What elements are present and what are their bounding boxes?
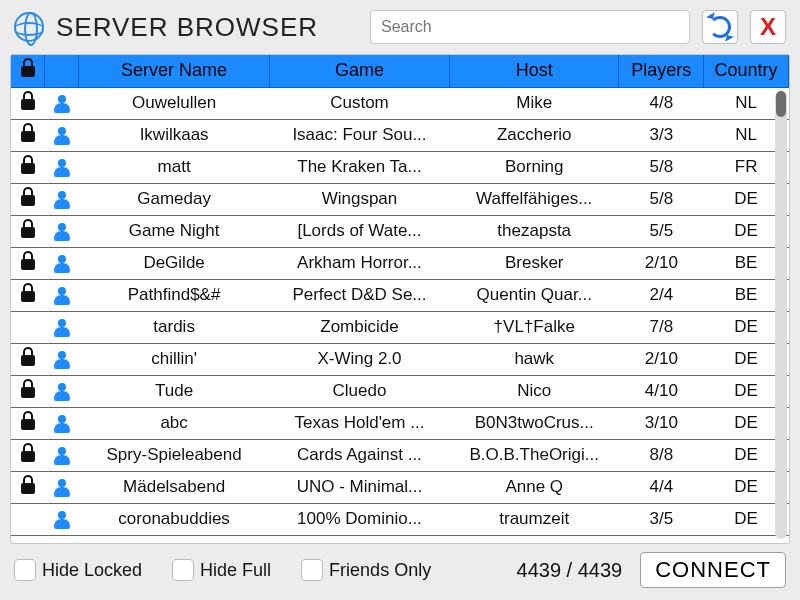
cell-friend [45,87,79,119]
search-container [370,10,690,44]
close-button[interactable]: X [750,10,786,44]
cell-players: 3/5 [619,503,704,535]
table-row[interactable]: Game Night[Lords of Wate...thezapsta5/5D… [11,215,789,247]
cell-locked [11,375,45,407]
person-icon [54,127,70,143]
cell-friend [45,247,79,279]
scrollbar-thumb[interactable] [776,91,786,117]
friends-only-checkbox[interactable]: Friends Only [301,559,431,581]
cell-game: X-Wing 2.0 [269,343,449,375]
cell-name: matt [79,151,270,183]
cell-name: Pathfind$&# [79,279,270,311]
cell-locked [11,503,45,535]
cell-friend [45,503,79,535]
lock-icon [21,195,35,206]
person-icon [54,351,70,367]
col-locked[interactable] [11,55,45,87]
cell-players: 4/4 [619,471,704,503]
refresh-button[interactable] [702,10,738,44]
cell-host: Borning [450,151,619,183]
col-server-name[interactable]: Server Name [79,55,270,87]
cell-name: Game Night [79,215,270,247]
lock-icon [21,66,35,77]
lock-icon [21,163,35,174]
hide-locked-checkbox[interactable]: Hide Locked [14,559,142,581]
table-row[interactable]: MädelsabendUNO - Minimal...Anne Q4/4DE [11,471,789,503]
cell-players: 7/8 [619,311,704,343]
cell-players: 4/8 [619,87,704,119]
cell-name: Tude [79,375,270,407]
cell-game: Texas Hold'em ... [269,407,449,439]
person-icon [54,255,70,271]
page-title: SERVER BROWSER [56,12,318,43]
scrollbar[interactable] [775,91,787,539]
cell-locked [11,247,45,279]
hide-full-label: Hide Full [200,560,271,581]
lock-icon [21,483,35,494]
table-header: Server Name Game Host Players Country [11,55,789,87]
hide-full-checkbox[interactable]: Hide Full [172,559,271,581]
table-row[interactable]: chillin'X-Wing 2.0hawk2/10DE [11,343,789,375]
col-host[interactable]: Host [450,55,619,87]
person-icon [54,191,70,207]
col-game[interactable]: Game [269,55,449,87]
connect-button[interactable]: CONNECT [640,552,786,588]
cell-name: coronabuddies [79,503,270,535]
cell-game: Perfect D&D Se... [269,279,449,311]
checkbox-icon [172,559,194,581]
cell-locked [11,215,45,247]
close-icon: X [760,13,776,41]
cell-name: Spry-Spieleabend [79,439,270,471]
lock-icon [21,451,35,462]
cell-locked [11,343,45,375]
person-icon [54,415,70,431]
cell-game: Isaac: Four Sou... [269,119,449,151]
table-row[interactable]: Pathfind$&#Perfect D&D Se...Quentin Quar… [11,279,789,311]
cell-friend [45,471,79,503]
table-row[interactable]: tardisZombicide†VL†Falke7/8DE [11,311,789,343]
cell-name: tardis [79,311,270,343]
person-icon [54,319,70,335]
lock-icon [21,99,35,110]
checkbox-icon [301,559,323,581]
friends-only-label: Friends Only [329,560,431,581]
cell-locked [11,407,45,439]
table-row[interactable]: TudeCluedoNico4/10DE [11,375,789,407]
cell-locked [11,471,45,503]
cell-friend [45,311,79,343]
cell-name: Gameday [79,183,270,215]
footer-bar: Hide Locked Hide Full Friends Only 4439 … [0,544,800,596]
person-icon [54,95,70,111]
cell-friend [45,439,79,471]
cell-locked [11,183,45,215]
person-icon [54,447,70,463]
cell-host: hawk [450,343,619,375]
cell-host: B.O.B.TheOrigi... [450,439,619,471]
cell-name: DeGilde [79,247,270,279]
table-row[interactable]: abcTexas Hold'em ...B0N3twoCrus...3/10DE [11,407,789,439]
table-row[interactable]: GamedayWingspanWaffelfähiges...5/8DE [11,183,789,215]
table-row[interactable]: IkwilkaasIsaac: Four Sou...Zaccherio3/3N… [11,119,789,151]
cell-locked [11,151,45,183]
cell-players: 2/10 [619,247,704,279]
table-row[interactable]: DeGildeArkham Horror...Bresker2/10BE [11,247,789,279]
col-country[interactable]: Country [704,55,789,87]
cell-locked [11,439,45,471]
table-body: OuwelullenCustomMike4/8NLIkwilkaasIsaac:… [11,87,789,535]
cell-players: 2/4 [619,279,704,311]
col-friend[interactable] [45,55,79,87]
cell-name: Ikwilkaas [79,119,270,151]
person-icon [54,159,70,175]
cell-players: 8/8 [619,439,704,471]
person-icon [54,223,70,239]
hide-locked-label: Hide Locked [42,560,142,581]
search-input[interactable] [370,10,690,44]
col-players[interactable]: Players [619,55,704,87]
lock-icon [21,419,35,430]
table-row[interactable]: mattThe Kraken Ta...Borning5/8FR [11,151,789,183]
cell-name: abc [79,407,270,439]
table-row[interactable]: coronabuddies100% Dominio...traumzeit3/5… [11,503,789,535]
table-row[interactable]: OuwelullenCustomMike4/8NL [11,87,789,119]
cell-friend [45,279,79,311]
table-row[interactable]: Spry-SpieleabendCards Against ...B.O.B.T… [11,439,789,471]
